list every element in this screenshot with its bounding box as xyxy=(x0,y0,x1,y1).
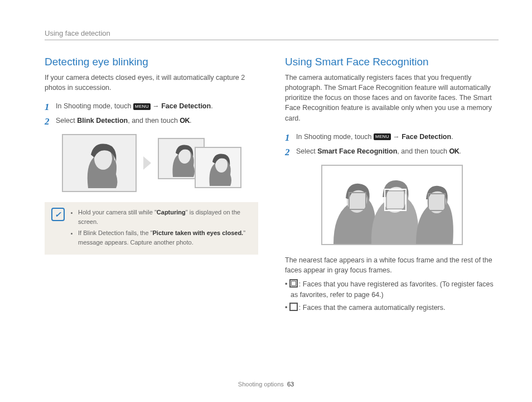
step-text: . xyxy=(190,117,191,125)
legend-list: • : Faces that you have registered as fa… xyxy=(285,279,499,313)
note-item: Hold your camera still while "Capturing"… xyxy=(78,208,252,226)
page-number: 63 xyxy=(287,381,294,387)
note-item: If Blink Detection fails, the "Picture t… xyxy=(78,228,252,247)
step-text: In Shooting mode, touch xyxy=(296,133,374,141)
ok-icon: OK xyxy=(180,117,190,125)
menu-icon: MENU xyxy=(374,133,391,140)
legend-item-favorite: • : Faces that you have registered as fa… xyxy=(285,279,499,300)
step-text: . xyxy=(451,133,453,141)
note-box: ✓ Hold your camera still while "Capturin… xyxy=(45,202,258,255)
step-target: Face Detection xyxy=(161,102,211,110)
frame-explain: The nearest face appears in a white focu… xyxy=(285,255,499,276)
step-text: . xyxy=(211,102,212,110)
running-head: Using face detection xyxy=(45,29,499,40)
double-square-icon xyxy=(289,279,298,288)
legend-item-auto: • : Faces that the camera automatically … xyxy=(285,303,499,313)
chevron-right-icon xyxy=(143,156,151,170)
page-footer: Shooting options 63 xyxy=(0,381,532,387)
note-icon: ✓ xyxy=(51,208,65,221)
group-photo-icon xyxy=(322,166,462,244)
arrow-icon: → xyxy=(391,133,402,141)
ok-icon: OK xyxy=(449,147,459,155)
person-icon xyxy=(196,148,240,187)
step-2: Select Smart Face Recognition, and then … xyxy=(285,146,499,157)
illustration-blink xyxy=(45,134,258,192)
menu-icon: MENU xyxy=(133,103,151,110)
arrow-icon: → xyxy=(151,102,161,110)
person-icon xyxy=(63,135,136,191)
step-text: In Shooting mode, touch xyxy=(56,102,133,110)
intro-eye-blinking: If your camera detects closed eyes, it w… xyxy=(45,73,258,93)
step-1: In Shooting mode, touch MENU → Face Dete… xyxy=(45,100,258,112)
intro-smart-face: The camera automatically registers faces… xyxy=(285,73,499,123)
heading-smart-face: Using Smart Face Recognition xyxy=(285,56,499,68)
steps-smart-face: In Shooting mode, touch MENU → Face Dete… xyxy=(285,131,499,157)
heading-eye-blinking: Detecting eye blinking xyxy=(45,56,258,68)
step-2: Select Blink Detection, and then touch O… xyxy=(45,115,258,126)
step-1: In Shooting mode, touch MENU → Face Dete… xyxy=(285,131,499,142)
footer-section: Shooting options xyxy=(238,381,284,387)
step-text: Select xyxy=(296,147,317,155)
step-target: Blink Detection xyxy=(77,117,128,125)
photo-frame-small xyxy=(195,147,241,188)
step-text: , and then touch xyxy=(128,117,180,125)
step-text: Select xyxy=(56,117,77,125)
step-target: Smart Face Recognition xyxy=(317,147,397,155)
step-target: Face Detection xyxy=(402,133,451,141)
square-icon xyxy=(289,303,298,311)
steps-eye-blinking: In Shooting mode, touch MENU → Face Dete… xyxy=(45,100,258,126)
col-right: Using Smart Face Recognition The camera … xyxy=(285,56,499,315)
photo-frame-large xyxy=(62,134,137,192)
step-text: , and then touch xyxy=(397,147,449,155)
illustration-smart-face xyxy=(321,165,463,245)
step-text: . xyxy=(459,147,461,155)
col-left: Detecting eye blinking If your camera de… xyxy=(45,56,258,315)
